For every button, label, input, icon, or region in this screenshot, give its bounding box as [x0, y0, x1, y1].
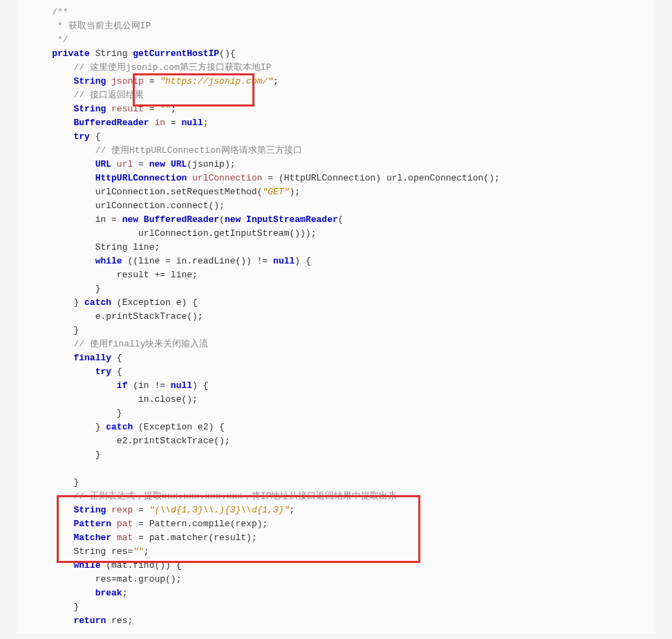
brace: { — [111, 367, 122, 377]
call: urlConnection.connect(); — [95, 201, 225, 211]
decl: String line; — [95, 242, 160, 252]
semi: ; — [122, 588, 128, 598]
brace: } — [95, 450, 101, 460]
paren: ( — [219, 214, 225, 225]
cond: ((line = in.readLine()) != — [122, 256, 273, 266]
keyword-while: while — [73, 560, 100, 571]
type-httpurlconnection: HttpURLConnection — [95, 173, 187, 183]
assign: in = — [95, 214, 122, 225]
keyword-finally: finally — [73, 353, 111, 363]
keyword-new: new — [225, 214, 241, 225]
tail: = pat.matcher(result); — [133, 532, 256, 543]
var-urlconnection: urlConnection — [192, 173, 262, 183]
tail: ( — [338, 214, 344, 225]
semi: ; — [171, 104, 176, 114]
brace: { — [111, 353, 122, 363]
stmt: result += line; — [117, 270, 198, 280]
var-rexp: rexp — [111, 505, 133, 515]
string-literal: "" — [160, 104, 171, 114]
comment: // 使用finally块来关闭输入流 — [73, 339, 208, 349]
brace: } — [95, 422, 106, 432]
keyword-catch: catch — [106, 422, 133, 432]
tail: res; — [106, 615, 133, 626]
keyword-if: if — [117, 380, 128, 391]
keyword-break: break — [95, 588, 122, 598]
tail: = Pattern.compile(rexp); — [133, 519, 268, 529]
tail: = (HttpURLConnection) url.openConnection… — [262, 173, 499, 183]
tail: ); — [289, 187, 300, 197]
tail: (Exception e) { — [111, 297, 198, 308]
brace: } — [73, 297, 84, 308]
null-literal: null — [171, 380, 192, 391]
code-wrapper: /** * 获取当前主机公网IP */ private String getCu… — [0, 0, 672, 633]
var-in: in — [154, 118, 165, 128]
tail: (mat.find()) { — [100, 560, 181, 571]
stmt: in.close(); — [138, 394, 198, 405]
cond: (in != — [127, 380, 170, 391]
semi: ; — [203, 118, 209, 128]
keyword-try: try — [73, 131, 89, 142]
keyword-new: new — [149, 159, 165, 169]
type-string: String — [73, 76, 106, 86]
type-matcher: Matcher — [73, 532, 111, 543]
eq: = — [133, 159, 149, 169]
decl: String res= — [73, 546, 133, 557]
brace: } — [73, 325, 79, 335]
comment: * 获取当前主机公网IP — [52, 21, 151, 31]
comment: /** — [52, 7, 68, 17]
call: urlConnection.setRequestMethod( — [95, 187, 263, 197]
paren: (){ — [219, 48, 235, 59]
eq: = — [144, 104, 160, 114]
type-pattern: Pattern — [73, 519, 111, 529]
comment: // 这里使用jsonip.com第三方接口获取本地IP — [73, 62, 271, 73]
null-literal: null — [181, 118, 203, 128]
eq: = — [165, 118, 181, 128]
brace: } — [95, 284, 101, 294]
comment: // 正则表达式，提取xxx.xxx.xxx.xxx，将IP地址从接口返回结果中… — [73, 491, 397, 501]
brace: } — [73, 602, 79, 612]
semi: ; — [290, 505, 295, 515]
brace: } — [117, 408, 122, 418]
stmt: res=mat.group(); — [95, 574, 182, 584]
semi: ; — [144, 546, 149, 557]
code-content: /** * 获取当前主机公网IP */ private String getCu… — [17, 6, 655, 628]
brace: { — [90, 131, 101, 142]
semi: ; — [273, 76, 279, 86]
tail: (jsonip); — [187, 159, 235, 169]
var-result: result — [111, 104, 144, 114]
string-literal: "(\\d{1,3}\\.){3}\\d{1,3}" — [149, 505, 290, 515]
tail: (Exception e2) { — [133, 422, 225, 432]
keyword-try: try — [95, 367, 111, 377]
stmt: e2.printStackTrace(); — [117, 436, 230, 446]
var-mat: mat — [117, 532, 133, 543]
comment: // 接口返回结果 — [73, 90, 143, 100]
keyword-catch: catch — [84, 297, 111, 308]
keyword-private: private — [52, 48, 90, 59]
code-block: /** * 获取当前主机公网IP */ private String getCu… — [17, 0, 655, 633]
var-jsonip: jsonip — [111, 76, 144, 86]
type-url: URL — [95, 159, 111, 169]
type-bufferedreader: BufferedReader — [73, 118, 149, 128]
ctor-url: URL — [171, 159, 187, 169]
stmt: e.printStackTrace(); — [95, 311, 203, 322]
eq: = — [144, 76, 160, 86]
var-pat: pat — [117, 519, 133, 529]
eq: = — [133, 505, 149, 515]
string-literal: "GET" — [262, 187, 289, 197]
ctor-bufferedreader: BufferedReader — [144, 214, 219, 225]
string-literal: "" — [133, 546, 144, 557]
string-literal: "https://jsonip.com/" — [160, 76, 273, 86]
comment: // 使用HttpURLConnection网络请求第三方接口 — [95, 145, 302, 156]
null-literal: null — [273, 256, 295, 266]
var-url: url — [117, 159, 133, 169]
tail: ) { — [295, 256, 310, 266]
keyword-while: while — [95, 256, 122, 266]
call: urlConnection.getInputStream())); — [138, 228, 316, 239]
type-string: String — [95, 48, 128, 59]
keyword-new: new — [122, 214, 138, 225]
keyword-return: return — [73, 615, 106, 626]
comment: */ — [52, 35, 68, 45]
ctor-inputstreamreader: InputStreamReader — [246, 214, 338, 225]
method-name: getCurrentHostIP — [133, 48, 219, 59]
type-string: String — [73, 104, 106, 114]
